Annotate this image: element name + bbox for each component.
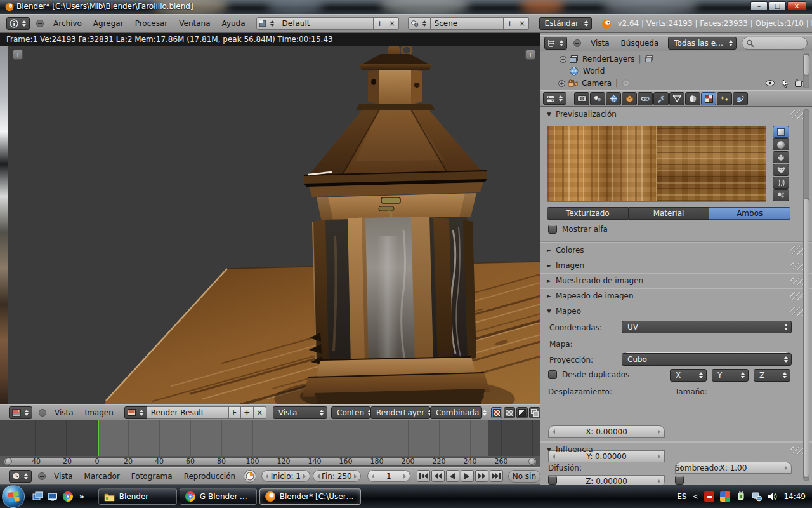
panel-header-previsualizacion[interactable]: ▼ Previsualización [540, 107, 812, 121]
tab-particles[interactable] [717, 92, 732, 105]
collapse-menus-button[interactable] [573, 39, 581, 47]
offset-x-field[interactable]: X: 0.00000 [548, 425, 665, 438]
selectable-cursor-icon[interactable] [782, 79, 789, 88]
menu-vista[interactable]: Vista [48, 472, 79, 481]
volume-tray-icon[interactable] [768, 491, 778, 502]
ambiente-checkbox[interactable] [675, 476, 684, 485]
tab-material[interactable] [685, 92, 700, 105]
mode-texturizado-button[interactable]: Texturizado [547, 207, 629, 220]
ati-tray-icon[interactable] [704, 491, 714, 502]
layout-add-button[interactable]: + [374, 17, 386, 30]
taskbar-app-blender-active[interactable]: Blender* [C:\Users\... [259, 488, 361, 505]
properties-scrollbar[interactable] [803, 109, 809, 481]
preview-sphere-button[interactable] [773, 138, 789, 150]
scrollbar-bar[interactable] [4, 457, 537, 466]
quicklaunch-desktop-icon[interactable] [47, 491, 58, 502]
scrollbar-thumb[interactable] [803, 54, 809, 76]
editor-type-selector[interactable] [543, 92, 566, 105]
editor-type-selector[interactable] [9, 470, 32, 483]
maximize-button[interactable]: □ [769, 1, 786, 11]
tab-constraints[interactable] [638, 92, 653, 105]
image-browse-button[interactable] [124, 406, 147, 419]
draw-zbuffer-toggle[interactable] [516, 407, 528, 418]
timeline-scrollbar[interactable]: -40 -20 0 20 40 60 80 100 120 140 160 18… [0, 456, 540, 467]
menu-imagen[interactable]: Imagen [79, 408, 119, 417]
close-button[interactable]: × [787, 1, 806, 11]
menu-archivo[interactable]: Archivo [48, 19, 88, 28]
outliner-scope-dropdown[interactable]: Todas las escena [668, 37, 737, 50]
axis-z-dropdown[interactable]: Z [754, 369, 790, 382]
quicklaunch-overflow-chevron[interactable]: » [79, 492, 84, 501]
outliner-scrollbar[interactable] [803, 53, 809, 88]
outliner-row-renderlayers[interactable]: + RenderLayers | [540, 53, 812, 65]
quicklaunch-switcher-icon[interactable] [32, 491, 43, 502]
menu-vista[interactable]: Vista [585, 39, 615, 48]
preview-flat-button[interactable] [773, 126, 789, 138]
tab-modifiers[interactable] [653, 92, 669, 105]
play-button[interactable] [461, 470, 474, 482]
layout-name-field[interactable]: Default [278, 17, 374, 30]
tray-expand-chevron[interactable]: < [692, 492, 698, 501]
region-add-button-right[interactable]: + [525, 50, 535, 60]
render-engine-dropdown[interactable]: Estándar [539, 17, 593, 30]
coordenadas-dropdown[interactable]: UV [622, 321, 792, 333]
menu-agregar[interactable]: Agregar [88, 19, 129, 28]
menu-reproduccion[interactable]: Reproducción [178, 472, 242, 481]
mode-ambos-button-active[interactable]: Ambos [709, 207, 790, 220]
play-reverse-button[interactable] [446, 470, 459, 482]
menu-busqueda[interactable]: Búsqueda [615, 39, 665, 48]
panel-header-muestreado[interactable]: ► Muestreado de imagen [540, 273, 812, 288]
tab-texture-active[interactable] [701, 92, 716, 105]
render-result-canvas[interactable]: + + [0, 46, 540, 404]
tab-scene[interactable] [590, 92, 605, 105]
scrollbar-right-cap[interactable] [528, 458, 535, 465]
fake-user-button[interactable]: F [228, 406, 241, 419]
taskbar-app-blender-folder[interactable]: Blender [98, 488, 177, 505]
jump-to-start-button[interactable] [417, 470, 430, 482]
visibility-eye-icon[interactable] [765, 80, 775, 86]
outliner-search-input[interactable] [742, 37, 808, 50]
end-frame-field[interactable]: Fin: 250 [313, 470, 361, 482]
tab-physics[interactable] [733, 92, 748, 105]
layout-browse-button[interactable] [256, 17, 278, 30]
collapse-menus-button[interactable] [38, 472, 46, 480]
start-button[interactable] [2, 485, 25, 508]
preview-monkey-button[interactable] [773, 164, 789, 176]
menu-ventana[interactable]: Ventana [173, 19, 216, 28]
editor-type-selector[interactable] [6, 17, 30, 30]
panel-header-mapeado[interactable]: ► Mapeado de imagen [540, 288, 812, 303]
menu-ayuda[interactable]: Ayuda [216, 19, 251, 28]
layout-delete-button[interactable]: × [386, 17, 399, 30]
menu-marcador[interactable]: Marcador [79, 472, 126, 481]
mode-material-button[interactable]: Material [629, 207, 710, 220]
proyeccion-dropdown[interactable]: Cubo [622, 353, 792, 366]
editor-type-selector[interactable] [544, 37, 567, 50]
preview-hair-button[interactable] [773, 177, 789, 189]
draw-alpha-toggle[interactable] [504, 407, 515, 418]
current-frame-marker[interactable] [98, 420, 99, 456]
tab-object-data[interactable] [669, 92, 684, 105]
offset-z-field[interactable]: Z: 0.00000 [548, 475, 665, 485]
renderlayer-dropdown[interactable]: RenderLayer [370, 406, 430, 419]
region-add-button-left[interactable]: + [13, 50, 23, 60]
network-tray-icon[interactable] [752, 491, 762, 502]
quicklaunch-chrome-icon[interactable] [63, 491, 73, 502]
avg-tray-icon[interactable] [720, 491, 730, 502]
preview-particles-button[interactable] [773, 189, 789, 201]
jump-to-end-button[interactable] [490, 470, 503, 482]
expand-icon[interactable]: + [558, 80, 565, 87]
preview-cube-button[interactable] [773, 151, 789, 163]
scrollbar-left-cap[interactable] [5, 458, 12, 465]
timeline-track[interactable]: -40 -20 0 20 40 60 80 100 120 140 160 18… [0, 420, 540, 467]
start-frame-field[interactable]: Inicio: 1 [261, 470, 310, 482]
image-new-button[interactable]: + [241, 406, 254, 419]
image-unlink-button[interactable]: × [254, 406, 266, 419]
desde-duplicados-checkbox[interactable] [548, 370, 557, 379]
tab-render[interactable] [574, 92, 589, 105]
menu-vista[interactable]: Vista [49, 408, 79, 417]
current-frame-field[interactable]: 1 [367, 470, 410, 482]
menu-procesar[interactable]: Procesar [129, 19, 174, 28]
image-name-field[interactable]: Render Result [147, 406, 228, 419]
editor-type-selector[interactable] [9, 406, 32, 419]
collapse-menus-button[interactable] [39, 409, 46, 417]
